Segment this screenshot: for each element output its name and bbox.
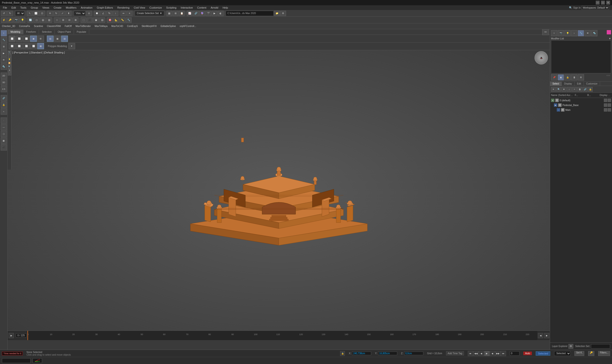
menu-help[interactable]: Help xyxy=(221,6,230,10)
command-create-btn[interactable]: + xyxy=(1,30,7,36)
toolbar-options-btn[interactable]: ••• xyxy=(542,29,549,35)
explorer-filter-btn[interactable]: ▼ xyxy=(562,87,566,92)
mod-configure-btn[interactable]: ⚙ xyxy=(578,74,584,80)
tab-display[interactable]: Display xyxy=(562,82,575,86)
redo-button[interactable]: ↻ xyxy=(7,11,13,16)
options-btn[interactable]: ⚙ xyxy=(280,11,286,16)
timeline-track[interactable]: 0 10 20 30 40 50 60 70 80 90 100 110 120… xyxy=(28,331,537,340)
modifier-camera-icon[interactable]: 📷 xyxy=(558,30,564,36)
tb2-btn11[interactable]: ⊟ xyxy=(67,17,72,23)
eye-icon-pedestal[interactable]: 👁 xyxy=(558,104,562,107)
tb2-btn14[interactable]: ⬛ xyxy=(87,17,93,23)
next-frame-btn[interactable]: ▶ xyxy=(544,333,549,338)
edit-poly-edge-btn[interactable]: — xyxy=(1,124,7,130)
menu-customize[interactable]: Customize xyxy=(148,6,164,10)
set-key-button[interactable]: Set K. xyxy=(574,351,584,356)
viewport-navigation-cube[interactable]: 🎩 xyxy=(534,51,549,65)
tb2-btn20[interactable]: 🔧 xyxy=(126,17,132,23)
cam-icon-1[interactable]: 📷 xyxy=(8,51,11,54)
plugin-editablespline[interactable]: EditableSpline xyxy=(160,24,177,28)
undo-button[interactable]: ↺ xyxy=(1,11,7,16)
command-display-btn[interactable]: 👁 xyxy=(1,57,7,63)
select-region-button[interactable]: ⬜ xyxy=(33,11,39,16)
plugin-coronafix[interactable]: CoronaFix xyxy=(18,24,31,28)
selection-set-input[interactable] xyxy=(591,344,610,349)
model2-btn-4[interactable]: ⬜ xyxy=(30,43,37,49)
scale-tool-button[interactable]: ⤢ xyxy=(59,11,65,16)
plugin-maxtoc4d[interactable]: MaxToC4D xyxy=(111,24,124,28)
main-render-icon[interactable] xyxy=(604,108,607,112)
menu-file[interactable]: File xyxy=(1,6,9,10)
tb2-btn16[interactable]: ▤ xyxy=(99,17,105,23)
layer-row-default[interactable]: ● 👁 0 (default) xyxy=(550,98,612,103)
modifier-utility-icon[interactable]: 🔩 xyxy=(591,30,598,36)
tb2-btn17[interactable]: 🎯 xyxy=(107,17,113,23)
frame-input[interactable] xyxy=(510,351,519,356)
cam-icon-7[interactable]: ↔ xyxy=(8,72,11,76)
tb2-btn10[interactable]: ⊞ xyxy=(60,17,66,23)
plugin-maxtomaya[interactable]: MaxToMaya xyxy=(94,24,109,28)
menu-create[interactable]: Create xyxy=(52,6,63,10)
tb2-btn18[interactable]: 📐 xyxy=(113,17,119,23)
explorer-new-layer-btn[interactable]: + xyxy=(572,87,577,92)
cam-icon-5[interactable]: 🔍 xyxy=(8,65,11,68)
modifier-display-icon[interactable]: 👁 xyxy=(584,30,591,36)
model-btn-2[interactable]: ⬜ xyxy=(16,36,23,42)
menu-interactive[interactable]: Interactive xyxy=(179,6,195,10)
tb2-btn4[interactable]: 💡 xyxy=(20,17,25,23)
edit-poly-border-btn[interactable]: ⬡ xyxy=(1,131,7,137)
link-btn[interactable]: 🔗 xyxy=(1,95,7,101)
explorer-sort-btn[interactable]: ↕ xyxy=(567,87,571,92)
menu-views[interactable]: Views xyxy=(41,6,51,10)
model-btn-6[interactable]: ▤ xyxy=(47,36,54,42)
explorer-search-btn[interactable]: 🔍 xyxy=(556,87,561,92)
named-sel-sets-button[interactable]: ▦ xyxy=(167,11,172,16)
plugin-skinmorphfix[interactable]: SkinMorphFIX xyxy=(141,24,158,28)
tb2-btn2[interactable]: 🔑 xyxy=(7,17,13,23)
tb2-btn6[interactable]: ◻ xyxy=(34,17,40,23)
mod-delete-btn[interactable]: 🗑 xyxy=(571,74,577,80)
anim-play[interactable]: ▶ xyxy=(484,351,489,356)
modifier-light-icon[interactable]: 💡 xyxy=(564,30,571,36)
select-filter-dropdown[interactable]: All xyxy=(15,11,25,16)
render-setup-button[interactable]: 🎬 xyxy=(206,11,211,16)
create-selection-set-button[interactable]: Create Selection Set ▼ xyxy=(135,11,164,16)
eye-icon-default[interactable]: 👁 xyxy=(555,99,559,102)
eye-icon-main[interactable]: 👁 xyxy=(561,108,564,112)
command-modify-btn[interactable]: 🔧 xyxy=(1,37,7,43)
model-btn-8[interactable]: ▧ xyxy=(61,36,68,42)
plugin-maxtoblender[interactable]: MaxToBlender xyxy=(75,24,92,28)
bind-space-warp-btn[interactable]: ≈ xyxy=(1,108,7,115)
layer-row-main[interactable]: ○ 👁 Main xyxy=(550,107,612,112)
tb2-btn15[interactable]: ▣ xyxy=(93,17,99,23)
tab-freeform[interactable]: Freeform xyxy=(23,30,39,34)
mod-active-shade-btn[interactable]: ▣ xyxy=(558,74,564,80)
scene-explorer-button[interactable]: 📋 xyxy=(179,11,185,16)
edit-poly-element-btn[interactable]: ⬛ xyxy=(1,144,7,150)
layer-row-pedestal-base[interactable]: ▶ 👁 Pedestal_Base xyxy=(550,103,612,107)
pedestal-render-icon[interactable] xyxy=(604,104,607,107)
menu-civil-view[interactable]: Civil View xyxy=(132,6,147,10)
plugin-scanline[interactable]: Scanline xyxy=(33,24,44,28)
tb2-btn7[interactable]: ▤ xyxy=(40,17,46,23)
command-utilities-btn[interactable]: 🔩 xyxy=(1,64,7,70)
maxscript-listener[interactable] xyxy=(2,358,31,363)
layer-render-icon[interactable] xyxy=(604,99,607,102)
folder-btn[interactable]: 📁 xyxy=(274,11,280,16)
modifier-modify-icon[interactable]: 🔧 xyxy=(578,30,584,36)
auto-key-button[interactable]: Auto xyxy=(523,351,532,355)
anim-prev-key[interactable]: ◀◀ xyxy=(473,351,479,356)
snap-2d-btn[interactable]: 2D xyxy=(1,73,7,79)
menu-tools[interactable]: Tools xyxy=(18,6,28,10)
model-btn-4[interactable]: ▣ xyxy=(30,36,37,42)
command-motion-btn[interactable]: ▶ xyxy=(1,50,7,56)
edit-poly-vert-btn[interactable]: · xyxy=(1,117,7,124)
prev-frame-btn[interactable]: ◀ xyxy=(538,333,543,338)
move-tool-button[interactable]: ✛ xyxy=(47,11,53,16)
cam-icon-4[interactable]: 🔁 xyxy=(8,61,11,65)
spinner-snap-button[interactable]: ↕ xyxy=(113,11,118,16)
select-tool-button[interactable]: ↖ xyxy=(27,11,32,16)
model-btn-1[interactable]: ⬜ xyxy=(9,36,15,42)
menu-animation[interactable]: Animation xyxy=(79,6,95,10)
tab-selection[interactable]: Selection xyxy=(39,30,55,34)
